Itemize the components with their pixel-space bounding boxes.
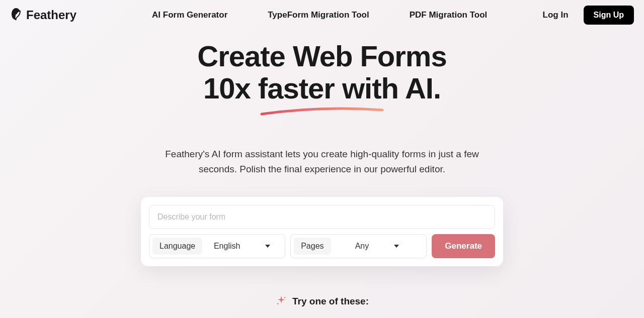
hero-subtitle: Feathery's AI form assistant lets you cr… — [156, 147, 488, 177]
chevron-down-icon — [394, 245, 399, 248]
logo-text: Feathery — [26, 8, 76, 22]
sparkle-icon — [275, 294, 287, 308]
logo[interactable]: Feathery — [10, 7, 76, 23]
auth-actions: Log In Sign Up — [543, 6, 634, 25]
login-link[interactable]: Log In — [543, 10, 569, 20]
language-value: English — [214, 242, 240, 251]
nav-typeform-migration[interactable]: TypeForm Migration Tool — [268, 10, 369, 20]
hero-title-line2: 10x faster with AI. — [203, 72, 441, 104]
signup-button[interactable]: Sign Up — [584, 6, 634, 25]
language-label: Language — [152, 238, 202, 255]
language-select-group: Language English — [149, 234, 285, 258]
hero-section: Create Web Forms 10x faster with AI. Fea… — [0, 30, 644, 308]
pages-select-group: Pages Any — [290, 234, 427, 258]
hero-title: Create Web Forms 10x faster with AI. — [0, 40, 644, 104]
feathery-logo-icon — [10, 7, 22, 23]
form-card: Language English Pages Any Generate — [141, 197, 503, 266]
controls-row: Language English Pages Any Generate — [149, 234, 495, 258]
nav-pdf-migration[interactable]: PDF Migration Tool — [410, 10, 488, 20]
pages-label: Pages — [294, 238, 331, 255]
nav-links: AI Form Generator TypeForm Migration Too… — [152, 10, 487, 20]
try-heading: Try one of these: — [292, 296, 369, 307]
describe-form-input[interactable] — [149, 205, 495, 229]
language-select[interactable]: English — [202, 242, 282, 251]
try-section: Try one of these: — [0, 294, 644, 308]
chevron-down-icon — [265, 245, 270, 248]
pages-select[interactable]: Any — [331, 242, 424, 251]
generate-button[interactable]: Generate — [432, 234, 495, 258]
header: Feathery AI Form Generator TypeForm Migr… — [0, 0, 644, 30]
hero-title-line1: Create Web Forms — [197, 40, 446, 72]
underline-decoration-icon — [259, 107, 385, 117]
nav-ai-form-generator[interactable]: AI Form Generator — [152, 10, 227, 20]
pages-value: Any — [355, 242, 369, 251]
